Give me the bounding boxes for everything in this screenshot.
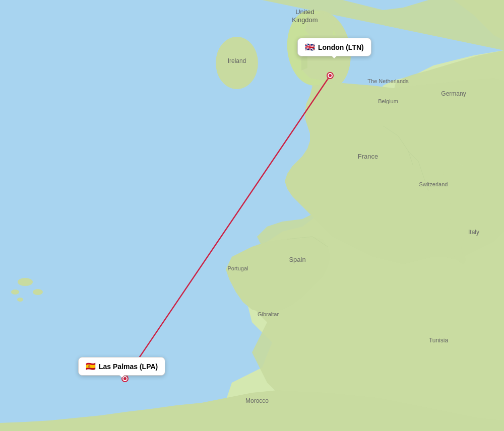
label-germany: Germany <box>441 90 466 97</box>
label-tunisia: Tunisia <box>429 337 449 344</box>
es-flag-icon: 🇪🇸 <box>86 362 96 371</box>
svg-point-5 <box>33 289 43 295</box>
label-ireland: Ireland <box>228 57 246 64</box>
uk-flag-icon: 🇬🇧 <box>305 42 315 52</box>
label-portugal: Portugal <box>228 265 248 271</box>
label-gibraltar: Gibraltar <box>258 311 279 317</box>
svg-point-7 <box>17 298 23 302</box>
label-united-kingdom: United <box>295 8 314 16</box>
label-morocco: Morocco <box>245 397 269 404</box>
label-spain: Spain <box>289 256 305 263</box>
label-switzerland: Switzerland <box>419 181 448 187</box>
label-france: France <box>358 153 378 160</box>
svg-point-4 <box>18 278 33 286</box>
london-label: London (LTN) <box>318 43 364 51</box>
laspalmas-label: Las Palmas (LPA) <box>99 363 158 371</box>
svg-point-6 <box>11 290 19 295</box>
london-dot-inner <box>329 74 332 77</box>
london-tooltip: 🇬🇧 London (LTN) <box>297 38 371 56</box>
laspalmas-tooltip: 🇪🇸 Las Palmas (LPA) <box>78 357 165 376</box>
map-container: United Kingdom Ireland The Netherlands B… <box>0 0 504 431</box>
label-italy: Italy <box>468 229 479 236</box>
label-belgium: Belgium <box>378 98 398 104</box>
label-united-kingdom-2: Kingdom <box>292 16 318 24</box>
label-netherlands: The Netherlands <box>367 78 409 84</box>
